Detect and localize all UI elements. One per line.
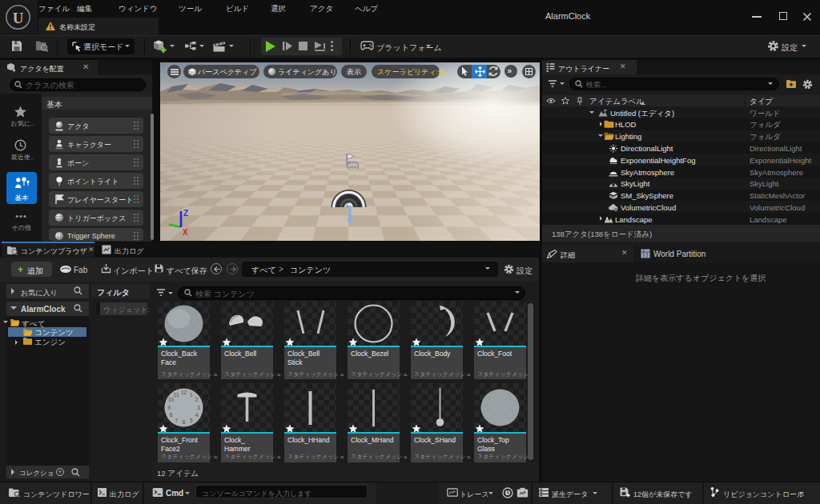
svg-text:Z: Z xyxy=(183,209,188,218)
svg-text:9: 9 xyxy=(167,405,171,410)
svg-text:6: 6 xyxy=(183,419,186,425)
svg-text:2: 2 xyxy=(195,397,199,402)
svg-text:7: 7 xyxy=(175,418,178,423)
svg-text:X: X xyxy=(183,228,188,237)
svg-text:4: 4 xyxy=(195,412,199,418)
svg-text:10: 10 xyxy=(168,397,175,402)
svg-text:11: 11 xyxy=(174,392,179,398)
svg-text:U: U xyxy=(13,10,24,26)
svg-text:3: 3 xyxy=(197,405,200,410)
svg-text:1: 1 xyxy=(190,392,193,398)
svg-text:12: 12 xyxy=(181,390,187,395)
svg-text:5: 5 xyxy=(190,418,193,423)
svg-text:8: 8 xyxy=(170,412,173,418)
